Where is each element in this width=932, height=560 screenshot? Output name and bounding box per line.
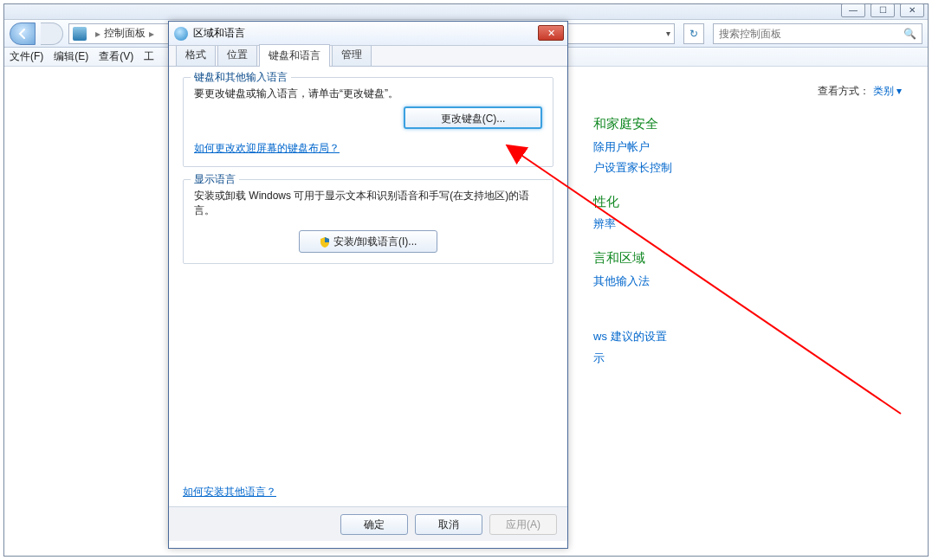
search-box[interactable]: 🔍	[713, 23, 922, 44]
tab-strip: 格式 位置 键盘和语言 管理	[169, 46, 567, 67]
close-button[interactable]: ✕	[900, 3, 924, 17]
category-link[interactable]: 示	[593, 348, 876, 370]
install-uninstall-language-button[interactable]: 安装/卸载语言(I)...	[299, 230, 437, 253]
view-mode: 查看方式： 类别 ▾	[818, 84, 902, 99]
nav-back-button[interactable]	[10, 23, 36, 45]
tab-location[interactable]: 位置	[217, 43, 257, 66]
uac-shield-icon	[320, 237, 330, 248]
titlebar: — ☐ ✕	[4, 4, 928, 20]
group-title: 显示语言	[191, 172, 239, 187]
welcome-layout-link[interactable]: 如何更改欢迎屏幕的键盘布局？	[194, 142, 340, 154]
category-link[interactable]: 除用户帐户	[593, 137, 876, 158]
menu-file[interactable]: 文件(F)	[10, 49, 43, 64]
group-desc: 安装或卸载 Windows 可用于显示文本和识别语音和手写(在支持地区)的语言。	[194, 189, 542, 218]
dialog-title: 区域和语言	[193, 26, 245, 41]
region-language-dialog: 区域和语言 ✕ 格式 位置 键盘和语言 管理 键盘和其他输入语言 要更改键盘或输…	[168, 21, 568, 549]
dialog-close-button[interactable]: ✕	[538, 25, 564, 41]
install-other-language-link[interactable]: 如何安装其他语言？	[183, 486, 276, 498]
dialog-body: 键盘和其他输入语言 要更改键盘或输入语言，请单击“更改键盘”。 更改键盘(C).…	[169, 67, 567, 506]
menu-edit[interactable]: 编辑(E)	[54, 49, 88, 64]
group-display-language: 显示语言 安装或卸载 Windows 可用于显示文本和识别语音和手写(在支持地区…	[183, 179, 553, 264]
category-link[interactable]: 户设置家长控制	[593, 158, 876, 179]
apply-button[interactable]: 应用(A)	[489, 514, 557, 535]
tab-admin[interactable]: 管理	[332, 43, 372, 66]
category-title-1[interactable]: 和家庭安全	[593, 112, 876, 137]
category-link[interactable]: 辨率	[593, 214, 876, 235]
dialog-titlebar: 区域和语言 ✕	[169, 22, 567, 46]
category-link[interactable]: 其他输入法	[593, 271, 876, 293]
cancel-button[interactable]: 取消	[415, 514, 482, 535]
minimize-button[interactable]: —	[841, 3, 865, 17]
category-title-2[interactable]: 性化	[593, 190, 876, 215]
menu-tools[interactable]: 工	[144, 49, 154, 64]
ok-button[interactable]: 确定	[340, 514, 408, 535]
breadcrumb-sep: ▸	[95, 28, 100, 40]
group-keyboard: 键盘和其他输入语言 要更改键盘或输入语言，请单击“更改键盘”。 更改键盘(C).…	[183, 77, 553, 167]
control-panel-icon	[73, 27, 87, 41]
search-input[interactable]	[719, 28, 903, 40]
group-desc: 要更改键盘或输入语言，请单击“更改键盘”。	[194, 87, 542, 101]
breadcrumb-sep-2: ▸	[149, 28, 154, 40]
globe-icon	[174, 27, 188, 41]
breadcrumb-root[interactable]: 控制面板	[104, 26, 146, 41]
refresh-button[interactable]: ↻	[683, 23, 704, 44]
tab-keyboard-language[interactable]: 键盘和语言	[259, 44, 330, 67]
category-title-3[interactable]: 言和区域	[593, 246, 876, 271]
tab-format[interactable]: 格式	[176, 43, 216, 66]
search-icon: 🔍	[903, 28, 916, 40]
group-title: 键盘和其他输入语言	[191, 70, 291, 85]
menu-view[interactable]: 查看(V)	[99, 49, 133, 64]
view-mode-label: 查看方式：	[818, 85, 870, 97]
address-dropdown-icon[interactable]: ▾	[666, 29, 670, 38]
maximize-button[interactable]: ☐	[871, 3, 895, 17]
nav-forward-button[interactable]	[41, 23, 63, 45]
dialog-footer: 确定 取消 应用(A)	[169, 506, 567, 541]
view-mode-value[interactable]: 类别 ▾	[873, 85, 902, 97]
change-keyboard-button[interactable]: 更改键盘(C)...	[404, 106, 542, 129]
category-link[interactable]: ws 建议的设置	[593, 326, 876, 348]
